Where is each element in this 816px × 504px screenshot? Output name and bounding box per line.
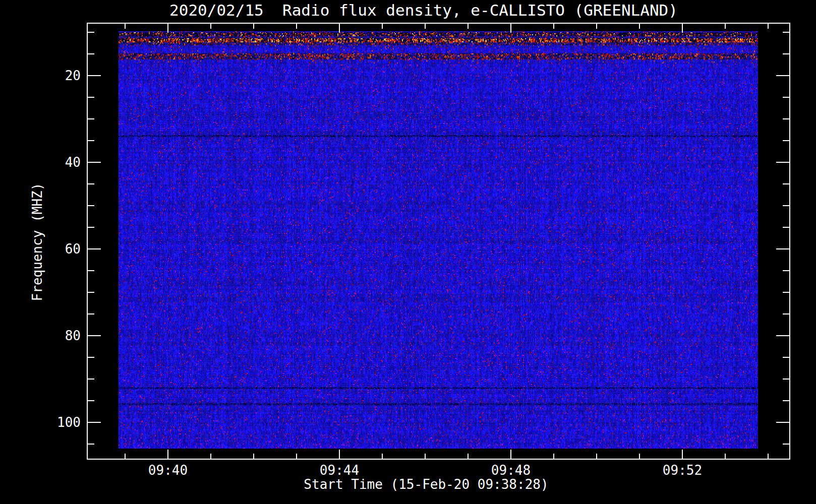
x-minor-tick	[253, 454, 254, 459]
x-major-tick	[339, 24, 340, 33]
y-minor-tick	[88, 53, 94, 54]
x-major-tick	[167, 450, 168, 459]
x-major-tick	[167, 24, 168, 33]
y-major-tick	[88, 75, 101, 76]
spectrogram-page: 2020/02/15 Radio flux density, e-CALLIST…	[0, 0, 816, 504]
x-minor-tick	[468, 454, 469, 459]
y-minor-tick	[88, 32, 94, 33]
y-minor-tick	[88, 140, 94, 141]
x-tick-label: 09:52	[647, 463, 718, 478]
y-major-tick	[776, 335, 789, 336]
x-minor-tick	[553, 24, 554, 29]
y-major-tick	[776, 248, 789, 249]
x-minor-tick	[253, 24, 254, 29]
y-minor-tick	[88, 118, 94, 119]
y-tick-label: 60	[30, 241, 81, 257]
y-minor-tick	[783, 53, 789, 54]
y-minor-tick	[88, 313, 94, 314]
x-minor-tick	[725, 454, 726, 459]
y-major-tick	[776, 162, 789, 163]
y-minor-tick	[783, 292, 789, 293]
x-tick-label: 09:40	[133, 463, 203, 478]
y-major-tick	[88, 335, 101, 336]
y-minor-tick	[783, 379, 789, 380]
y-minor-tick	[88, 205, 94, 206]
y-minor-tick	[783, 205, 789, 206]
y-major-tick	[776, 75, 789, 76]
x-minor-tick	[425, 454, 426, 459]
y-minor-tick	[783, 118, 789, 119]
x-minor-tick	[468, 24, 469, 29]
x-minor-tick	[382, 454, 383, 459]
x-major-tick	[682, 24, 683, 33]
y-minor-tick	[783, 270, 789, 271]
x-axis-title: Start Time (15-Feb-20 09:38:28)	[275, 477, 577, 492]
y-minor-tick	[783, 357, 789, 358]
x-minor-tick	[210, 24, 211, 29]
plot-frame	[87, 23, 790, 460]
y-minor-tick	[783, 444, 789, 445]
x-minor-tick	[639, 454, 640, 459]
x-minor-tick	[596, 24, 597, 29]
y-major-tick	[88, 422, 101, 423]
x-minor-tick	[425, 24, 426, 29]
x-major-tick	[510, 24, 511, 33]
y-major-tick	[776, 422, 789, 423]
x-minor-tick	[125, 24, 126, 29]
x-major-tick	[339, 450, 340, 459]
x-major-tick	[510, 450, 511, 459]
x-minor-tick	[382, 24, 383, 29]
y-minor-tick	[783, 183, 789, 184]
chart-title: 2020/02/15 Radio flux density, e-CALLIST…	[56, 1, 791, 19]
x-minor-tick	[768, 24, 769, 29]
x-minor-tick	[596, 454, 597, 459]
y-minor-tick	[88, 292, 94, 293]
y-minor-tick	[88, 183, 94, 184]
y-tick-label: 40	[30, 155, 81, 170]
x-tick-label: 09:44	[304, 463, 375, 478]
y-tick-label: 80	[30, 328, 81, 343]
y-minor-tick	[783, 313, 789, 314]
y-minor-tick	[783, 227, 789, 228]
y-tick-label: 100	[30, 415, 81, 430]
x-minor-tick	[125, 454, 126, 459]
x-minor-tick	[210, 454, 211, 459]
x-minor-tick	[768, 454, 769, 459]
x-minor-tick	[725, 24, 726, 29]
y-major-tick	[88, 162, 101, 163]
y-minor-tick	[88, 97, 94, 98]
y-minor-tick	[88, 357, 94, 358]
y-minor-tick	[783, 32, 789, 33]
y-minor-tick	[88, 444, 94, 445]
x-tick-label: 09:48	[476, 463, 546, 478]
y-minor-tick	[88, 227, 94, 228]
y-minor-tick	[88, 379, 94, 380]
y-minor-tick	[783, 140, 789, 141]
x-minor-tick	[296, 24, 297, 29]
y-major-tick	[88, 248, 101, 249]
x-major-tick	[682, 450, 683, 459]
x-minor-tick	[553, 454, 554, 459]
y-minor-tick	[783, 97, 789, 98]
y-minor-tick	[88, 270, 94, 271]
y-minor-tick	[88, 400, 94, 401]
y-minor-tick	[783, 400, 789, 401]
y-tick-label: 20	[30, 68, 81, 83]
x-minor-tick	[296, 454, 297, 459]
x-minor-tick	[639, 24, 640, 29]
